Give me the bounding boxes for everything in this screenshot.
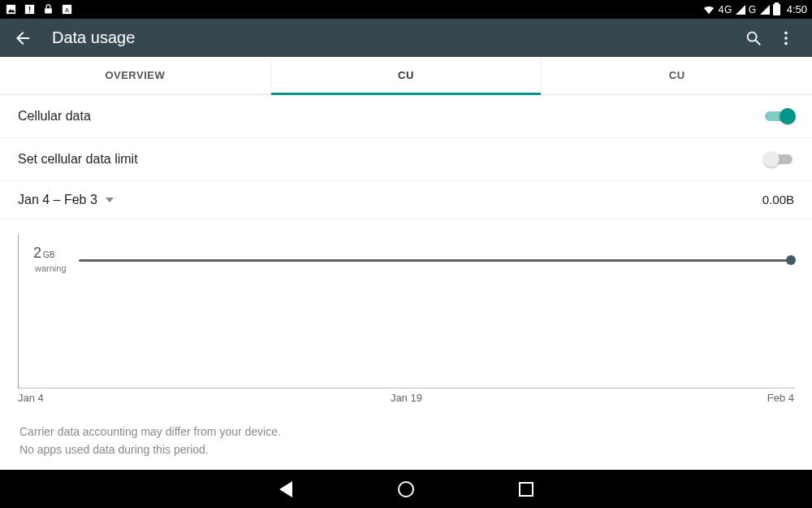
row-cellular-data[interactable]: Cellular data	[0, 95, 812, 138]
date-range-dropdown[interactable]: Jan 4 – Feb 3	[18, 193, 114, 207]
nav-recents-button[interactable]	[515, 478, 538, 501]
picture-icon	[5, 3, 17, 15]
svg-text:A: A	[65, 7, 69, 14]
alert-icon	[24, 3, 36, 15]
row-date-range: Jan 4 – Feb 3 0.00B	[0, 181, 812, 219]
status-bar: A 4G G 4:50	[0, 0, 812, 19]
cellular-data-switch[interactable]	[765, 108, 794, 124]
svg-rect-5	[45, 8, 52, 13]
signal-icon-2	[760, 5, 770, 15]
note-no-apps: No apps used data during this period.	[19, 441, 793, 458]
x-tick-mid: Jan 19	[391, 392, 422, 404]
note-carrier: Carrier data accounting may differ from …	[19, 423, 793, 441]
app-icon: A	[61, 3, 73, 15]
tabs: OVERVIEW CU CU	[0, 57, 812, 95]
nav-back-button[interactable]	[274, 478, 297, 501]
back-button[interactable]	[10, 25, 36, 51]
page-title: Data usage	[52, 28, 135, 47]
svg-point-11	[784, 37, 788, 40]
usage-total: 0.00B	[762, 193, 794, 206]
tab-overview[interactable]: OVERVIEW	[0, 57, 270, 94]
row-set-limit[interactable]: Set cellular data limit	[0, 138, 812, 181]
network-label-1: 4G	[719, 4, 732, 15]
app-bar: Data usage	[0, 19, 812, 57]
status-clock: 4:50	[787, 3, 807, 15]
set-limit-label: Set cellular data limit	[18, 152, 138, 167]
svg-point-10	[784, 31, 788, 34]
overflow-menu-button[interactable]	[770, 22, 802, 54]
system-nav-bar	[0, 470, 812, 508]
tab-cu-1[interactable]: CU	[271, 57, 542, 94]
x-tick-start: Jan 4	[18, 392, 44, 404]
svg-rect-4	[29, 11, 30, 12]
svg-rect-0	[6, 5, 15, 14]
lock-icon	[42, 3, 54, 15]
signal-icon-1	[736, 5, 745, 15]
tab-cu-2[interactable]: CU	[542, 57, 812, 94]
warning-handle[interactable]	[786, 255, 796, 265]
warning-sublabel: warning	[35, 263, 67, 273]
nav-home-button[interactable]	[395, 478, 417, 501]
x-axis: Jan 4 Jan 19 Feb 4	[18, 392, 794, 408]
svg-rect-3	[29, 7, 30, 11]
set-limit-switch[interactable]	[765, 151, 794, 167]
usage-chart: 2GB warning Jan 4 Jan 19 Feb 4	[0, 219, 812, 411]
svg-point-12	[784, 41, 788, 45]
x-tick-end: Feb 4	[767, 392, 794, 404]
search-button[interactable]	[737, 22, 770, 54]
cellular-data-label: Cellular data	[18, 109, 91, 124]
svg-point-8	[748, 32, 757, 41]
network-label-2: G	[749, 4, 757, 15]
battery-icon	[773, 4, 780, 15]
date-range-label: Jan 4 – Feb 3	[18, 193, 97, 207]
wifi-icon	[702, 3, 715, 16]
warning-line[interactable]	[79, 259, 789, 262]
warning-value: 2GB	[33, 245, 54, 262]
footer-notes: Carrier data accounting may differ from …	[0, 411, 812, 471]
chevron-down-icon	[106, 198, 114, 202]
svg-line-9	[756, 40, 761, 45]
